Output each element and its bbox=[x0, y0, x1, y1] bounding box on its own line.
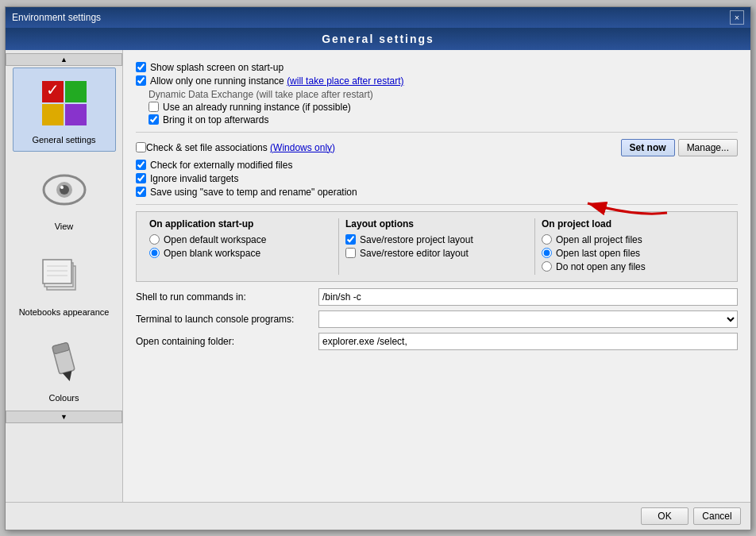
open-all-files-label[interactable]: Open all project files bbox=[556, 234, 642, 245]
do-not-open-radio[interactable] bbox=[542, 261, 552, 272]
colours-icon bbox=[36, 333, 93, 390]
startup-col-header: On application start-up bbox=[149, 218, 332, 229]
content-area: ▲ ✓ Genera bbox=[6, 50, 750, 502]
footer: OK Cancel bbox=[6, 502, 750, 530]
title-bar: Environment settings × bbox=[6, 7, 750, 28]
bring-to-top-row: Bring it on top afterwards bbox=[148, 114, 738, 125]
project-load-col: On project load Open all project files O… bbox=[535, 218, 731, 275]
open-default-radio[interactable] bbox=[149, 234, 160, 245]
check-set-file-checkbox[interactable] bbox=[136, 142, 146, 152]
sidebar-item-colours-label: Colours bbox=[49, 393, 79, 403]
sidebar-scroll-up[interactable]: ▲ bbox=[6, 53, 122, 66]
svg-rect-11 bbox=[43, 260, 71, 283]
sidebar-item-view-label: View bbox=[55, 222, 74, 231]
three-cols-section: On application start-up Open default wor… bbox=[136, 211, 738, 282]
terminal-label: Terminal to launch console programs: bbox=[136, 314, 318, 325]
use-already-running-checkbox[interactable] bbox=[148, 102, 159, 112]
allow-one-instance-row: Allow only one running instance (will ta… bbox=[136, 75, 738, 87]
page-title: General settings bbox=[6, 28, 750, 50]
layout-col-header: Layout options bbox=[345, 218, 528, 229]
general-settings-icon: ✓ bbox=[36, 75, 93, 132]
save-restore-editor-label[interactable]: Save/restore editor layout bbox=[360, 248, 469, 259]
shell-row: Shell to run commands in: bbox=[136, 288, 738, 306]
open-blank-radio[interactable] bbox=[149, 248, 160, 258]
open-all-files-radio[interactable] bbox=[542, 234, 552, 245]
folder-label: Open containing folder: bbox=[136, 336, 318, 347]
check-set-file-label: Check & set file associations (Windows o… bbox=[146, 142, 335, 153]
save-restore-editor-row: Save/restore editor layout bbox=[345, 248, 528, 259]
ignore-invalid-checkbox[interactable] bbox=[136, 173, 146, 183]
save-restore-project-row: Save/restore project layout bbox=[345, 234, 528, 245]
divider-2 bbox=[136, 204, 738, 205]
file-assoc-left: Check & set file associations (Windows o… bbox=[136, 142, 335, 153]
startup-col: On application start-up Open default wor… bbox=[143, 218, 339, 275]
file-assoc-buttons: Set now Manage... bbox=[621, 139, 738, 156]
show-splash-row: Show splash screen on start-up bbox=[136, 62, 738, 73]
main-window: Environment settings × General settings … bbox=[5, 6, 751, 530]
ok-button[interactable]: OK bbox=[641, 507, 688, 525]
show-splash-label[interactable]: Show splash screen on start-up bbox=[150, 62, 284, 73]
notebooks-icon bbox=[36, 247, 93, 304]
do-not-open-row: Do not open any files bbox=[542, 261, 724, 272]
open-default-row: Open default workspace bbox=[149, 234, 332, 245]
open-last-files-row: Open last open files bbox=[542, 248, 724, 259]
sidebar-item-view[interactable]: View bbox=[13, 155, 116, 237]
do-not-open-label[interactable]: Do not open any files bbox=[556, 261, 646, 272]
show-splash-checkbox[interactable] bbox=[136, 62, 146, 72]
sidebar: ▲ ✓ Genera bbox=[6, 50, 123, 502]
layout-col: Layout options Save/restore project layo… bbox=[339, 218, 535, 275]
cancel-button[interactable]: Cancel bbox=[693, 507, 741, 525]
svg-text:✓: ✓ bbox=[45, 81, 59, 98]
project-load-col-header: On project load bbox=[542, 218, 724, 229]
sidebar-item-general-label: General settings bbox=[32, 135, 95, 145]
sidebar-item-notebooks[interactable]: Notebooks appearance bbox=[13, 241, 116, 323]
sidebar-item-notebooks-label: Notebooks appearance bbox=[19, 307, 110, 317]
check-externally-row: Check for externally modified files bbox=[136, 160, 738, 171]
save-temp-label[interactable]: Save using "save to temp and rename" ope… bbox=[150, 187, 357, 198]
open-last-files-label[interactable]: Open last open files bbox=[556, 248, 640, 259]
svg-rect-2 bbox=[65, 81, 87, 102]
shell-input[interactable] bbox=[318, 288, 738, 306]
folder-input[interactable] bbox=[318, 333, 738, 350]
sidebar-item-general[interactable]: ✓ General settings bbox=[13, 67, 116, 152]
check-externally-checkbox[interactable] bbox=[136, 160, 146, 170]
svg-point-8 bbox=[60, 186, 64, 189]
bring-to-top-label[interactable]: Bring it on top afterwards bbox=[163, 114, 268, 125]
shell-label: Shell to run commands in: bbox=[136, 291, 318, 303]
dde-label: Dynamic Data Exchange (will take place a… bbox=[148, 89, 738, 100]
save-restore-editor-checkbox[interactable] bbox=[345, 248, 356, 258]
use-already-running-label[interactable]: Use an already running instance (if poss… bbox=[163, 102, 351, 113]
sidebar-item-colours[interactable]: Colours bbox=[13, 326, 116, 409]
save-temp-checkbox[interactable] bbox=[136, 187, 146, 197]
divider-1 bbox=[136, 132, 738, 133]
manage-button[interactable]: Manage... bbox=[678, 139, 738, 156]
terminal-select[interactable] bbox=[318, 310, 738, 328]
open-last-files-radio[interactable] bbox=[542, 248, 552, 258]
main-panel: Show splash screen on start-up Allow onl… bbox=[123, 50, 750, 502]
close-button[interactable]: × bbox=[730, 10, 744, 25]
folder-row: Open containing folder: bbox=[136, 333, 738, 350]
open-all-files-row: Open all project files bbox=[542, 234, 724, 245]
check-externally-label[interactable]: Check for externally modified files bbox=[150, 160, 292, 171]
save-restore-project-checkbox[interactable] bbox=[345, 234, 356, 245]
svg-rect-4 bbox=[65, 104, 87, 125]
allow-one-instance-label: Allow only one running instance (will ta… bbox=[150, 75, 404, 87]
windows-only-note: (Windows only) bbox=[270, 142, 335, 153]
allow-one-instance-note: (will take place after restart) bbox=[287, 75, 403, 87]
terminal-row: Terminal to launch console programs: bbox=[136, 310, 738, 328]
bring-to-top-checkbox[interactable] bbox=[148, 114, 159, 125]
set-now-button[interactable]: Set now bbox=[621, 139, 675, 156]
view-icon bbox=[36, 161, 93, 218]
sidebar-scroll-down[interactable]: ▼ bbox=[6, 411, 122, 423]
svg-rect-3 bbox=[42, 104, 64, 125]
open-default-label[interactable]: Open default workspace bbox=[164, 234, 266, 245]
use-already-running-row: Use an already running instance (if poss… bbox=[148, 102, 738, 113]
save-restore-project-label[interactable]: Save/restore project layout bbox=[360, 234, 473, 245]
open-blank-row: Open blank workspace bbox=[149, 248, 332, 259]
ignore-invalid-row: Ignore invalid targets bbox=[136, 173, 738, 184]
ignore-invalid-label[interactable]: Ignore invalid targets bbox=[150, 173, 238, 184]
file-assoc-row: Check & set file associations (Windows o… bbox=[136, 139, 738, 156]
open-blank-label[interactable]: Open blank workspace bbox=[164, 248, 260, 259]
allow-one-instance-checkbox[interactable] bbox=[136, 75, 146, 86]
save-temp-row: Save using "save to temp and rename" ope… bbox=[136, 187, 738, 198]
